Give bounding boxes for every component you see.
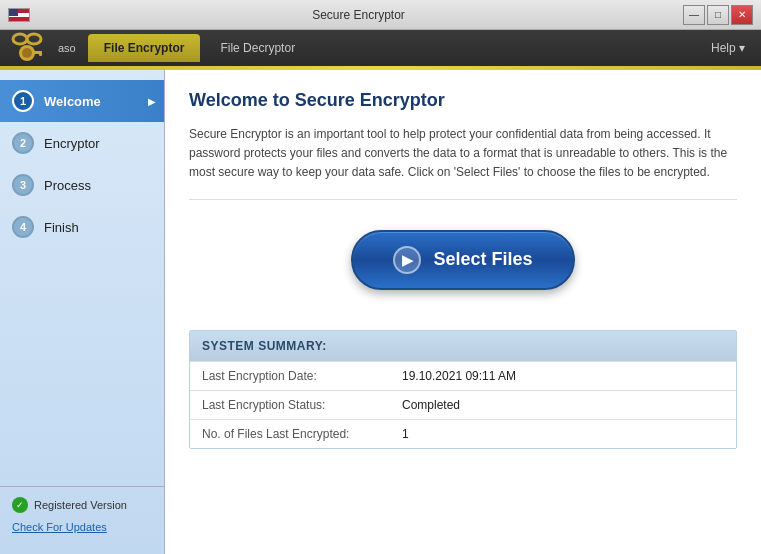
step4-label: Finish: [44, 220, 79, 235]
maximize-button[interactable]: □: [707, 5, 729, 25]
sidebar-item-encryptor[interactable]: 2 Encryptor: [0, 122, 164, 164]
summary-row-3: No. of Files Last Encrypted: 1: [190, 419, 736, 448]
tab-file-decryptor[interactable]: File Decryptor: [204, 34, 311, 62]
select-files-container: ▶ Select Files: [189, 230, 737, 290]
close-button[interactable]: ✕: [731, 5, 753, 25]
page-title: Welcome to Secure Encryptor: [189, 90, 737, 111]
select-files-button[interactable]: ▶ Select Files: [351, 230, 574, 290]
step1-label: Welcome: [44, 94, 101, 109]
content-area: Welcome to Secure Encryptor Secure Encry…: [165, 70, 761, 554]
svg-point-3: [22, 48, 32, 58]
step2-circle: 2: [12, 132, 34, 154]
content-separator: [189, 199, 737, 200]
minimize-button[interactable]: —: [683, 5, 705, 25]
svg-rect-5: [39, 51, 42, 56]
window-controls: — □ ✕: [683, 5, 753, 25]
registered-row: ✓ Registered Version: [12, 497, 152, 513]
registered-check-icon: ✓: [12, 497, 28, 513]
summary-label-1: Last Encryption Date:: [202, 369, 402, 383]
summary-header: SYSTEM SUMMARY:: [190, 331, 736, 361]
play-icon: ▶: [393, 246, 421, 274]
step4-circle: 4: [12, 216, 34, 238]
flag-icon: [8, 8, 30, 22]
svg-point-1: [27, 34, 41, 44]
sidebar-item-process[interactable]: 3 Process: [0, 164, 164, 206]
description-text: Secure Encryptor is an important tool to…: [189, 125, 737, 183]
title-bar: Secure Encryptor — □ ✕: [0, 0, 761, 30]
tab-file-encryptor[interactable]: File Encryptor: [88, 34, 201, 62]
summary-label-3: No. of Files Last Encrypted:: [202, 427, 402, 441]
summary-value-1: 19.10.2021 09:11 AM: [402, 369, 516, 383]
logo-icon: [8, 29, 46, 67]
summary-row-1: Last Encryption Date: 19.10.2021 09:11 A…: [190, 361, 736, 390]
sidebar-item-finish[interactable]: 4 Finish: [0, 206, 164, 248]
step3-circle: 3: [12, 174, 34, 196]
window-title: Secure Encryptor: [34, 8, 683, 22]
sidebar-bottom: ✓ Registered Version Check For Updates: [0, 486, 164, 544]
summary-value-2: Completed: [402, 398, 460, 412]
sidebar: 1 Welcome 2 Encryptor 3 Process 4 Finish…: [0, 70, 165, 554]
step3-label: Process: [44, 178, 91, 193]
select-files-label: Select Files: [433, 249, 532, 270]
summary-label-2: Last Encryption Status:: [202, 398, 402, 412]
aso-label: aso: [58, 42, 76, 54]
logo-area: [8, 29, 46, 67]
check-updates-link[interactable]: Check For Updates: [12, 521, 107, 533]
step2-label: Encryptor: [44, 136, 100, 151]
registered-label: Registered Version: [34, 499, 127, 511]
sidebar-item-welcome[interactable]: 1 Welcome: [0, 80, 164, 122]
main-layout: 1 Welcome 2 Encryptor 3 Process 4 Finish…: [0, 70, 761, 554]
help-button[interactable]: Help ▾: [703, 37, 753, 59]
menu-bar: aso File Encryptor File Decryptor Help ▾: [0, 30, 761, 66]
svg-point-0: [13, 34, 27, 44]
system-summary: SYSTEM SUMMARY: Last Encryption Date: 19…: [189, 330, 737, 449]
summary-row-2: Last Encryption Status: Completed: [190, 390, 736, 419]
summary-value-3: 1: [402, 427, 409, 441]
step1-circle: 1: [12, 90, 34, 112]
